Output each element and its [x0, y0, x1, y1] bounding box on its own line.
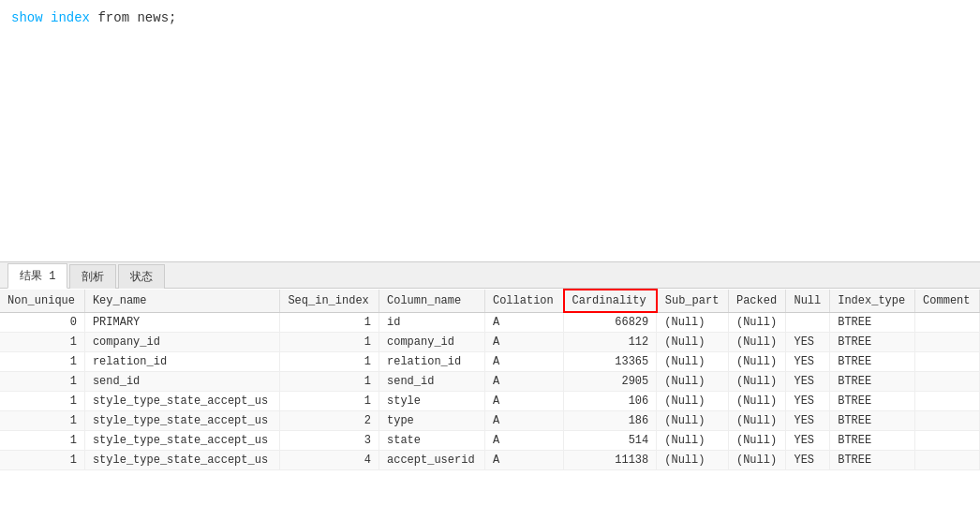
- table-cell: relation_id: [84, 352, 280, 372]
- table-cell: (Null): [657, 312, 729, 333]
- table-cell: [915, 392, 980, 411]
- col-comment: Comment: [915, 290, 980, 312]
- table-cell: 13365: [564, 352, 657, 372]
- keyword-show: show: [11, 10, 43, 25]
- table-cell: [915, 431, 980, 451]
- table-cell: BTREE: [830, 451, 915, 470]
- table-cell: 1: [280, 372, 379, 392]
- col-index-type: Index_type: [830, 290, 915, 312]
- table-cell: 66829: [564, 312, 657, 333]
- table-cell: style_type_state_accept_us: [84, 411, 280, 431]
- table-cell: (Null): [728, 451, 785, 470]
- table-header-row: Non_unique Key_name Seq_in_index Column_…: [0, 290, 980, 312]
- table-cell: 4: [280, 451, 379, 470]
- table-cell: 1: [0, 392, 84, 411]
- table-cell: (Null): [728, 392, 785, 411]
- col-column-name: Column_name: [379, 290, 485, 312]
- table-cell: 1: [280, 333, 379, 352]
- table-cell: accept_userid: [379, 451, 485, 470]
- table-cell: [915, 333, 980, 352]
- table-cell: 514: [564, 431, 657, 451]
- table-cell: (Null): [657, 333, 729, 352]
- table-row: 1relation_id1relation_idA13365(Null)(Nul…: [0, 352, 980, 372]
- table-cell: 186: [564, 411, 657, 431]
- tab-status[interactable]: 状态: [118, 264, 165, 289]
- col-sub-part: Sub_part: [657, 290, 729, 312]
- table-cell: [915, 411, 980, 431]
- table-cell: BTREE: [830, 372, 915, 392]
- table-cell: YES: [786, 372, 830, 392]
- table-cell: type: [379, 411, 485, 431]
- table-cell: 1: [0, 352, 84, 372]
- table-cell: (Null): [657, 372, 729, 392]
- table-cell: A: [484, 372, 563, 392]
- table-cell: [915, 451, 980, 470]
- col-collation: Collation: [484, 290, 563, 312]
- table-cell: (Null): [657, 431, 729, 451]
- tabs-bar: 结果 1 剖析 状态: [0, 262, 980, 289]
- col-cardinality: Cardinality: [564, 290, 657, 312]
- table-name: news;: [137, 10, 176, 25]
- table-cell: company_id: [84, 333, 280, 352]
- tab-profile[interactable]: 剖析: [69, 264, 116, 289]
- table-cell: (Null): [728, 333, 785, 352]
- table-cell: [915, 372, 980, 392]
- table-cell: A: [484, 431, 563, 451]
- table-cell: YES: [786, 431, 830, 451]
- table-cell: (Null): [657, 411, 729, 431]
- table-cell: BTREE: [830, 392, 915, 411]
- table-cell: [786, 312, 830, 333]
- table-cell: (Null): [728, 431, 785, 451]
- table-cell: 112: [564, 333, 657, 352]
- table-cell: 0: [0, 312, 84, 333]
- query-editor: show index from news;: [0, 0, 980, 262]
- table-cell: 1: [280, 352, 379, 372]
- table-cell: (Null): [657, 451, 729, 470]
- table-cell: 1: [0, 372, 84, 392]
- table-row: 0PRIMARY1idA66829(Null)(Null)BTREE: [0, 312, 980, 333]
- table-cell: state: [379, 431, 485, 451]
- tab-result[interactable]: 结果 1: [7, 263, 67, 289]
- col-non-unique: Non_unique: [0, 290, 84, 312]
- table-cell: (Null): [728, 411, 785, 431]
- table-cell: YES: [786, 392, 830, 411]
- table-cell: send_id: [379, 372, 485, 392]
- table-cell: 11138: [564, 451, 657, 470]
- table-cell: (Null): [728, 372, 785, 392]
- table-cell: BTREE: [830, 431, 915, 451]
- table-cell: 106: [564, 392, 657, 411]
- table-cell: id: [379, 312, 485, 333]
- table-cell: (Null): [728, 312, 785, 333]
- keyword-from: from: [97, 10, 129, 25]
- table-cell: A: [484, 451, 563, 470]
- result-area[interactable]: Non_unique Key_name Seq_in_index Column_…: [0, 289, 980, 521]
- table-cell: 1: [0, 411, 84, 431]
- table-cell: (Null): [657, 392, 729, 411]
- table-cell: YES: [786, 451, 830, 470]
- table-row: 1send_id1send_idA2905(Null)(Null)YESBTRE…: [0, 372, 980, 392]
- table-row: 1style_type_state_accept_us3stateA514(Nu…: [0, 431, 980, 451]
- table-cell: style_type_state_accept_us: [84, 431, 280, 451]
- table-row: 1style_type_state_accept_us4accept_useri…: [0, 451, 980, 470]
- table-cell: 1: [280, 392, 379, 411]
- col-key-name: Key_name: [84, 290, 280, 312]
- table-cell: YES: [786, 411, 830, 431]
- table-cell: [915, 312, 980, 333]
- table-cell: BTREE: [830, 312, 915, 333]
- table-cell: A: [484, 333, 563, 352]
- table-cell: PRIMARY: [84, 312, 280, 333]
- table-cell: (Null): [657, 352, 729, 372]
- table-cell: A: [484, 392, 563, 411]
- table-cell: 1: [0, 333, 84, 352]
- table-cell: BTREE: [830, 352, 915, 372]
- col-packed: Packed: [728, 290, 785, 312]
- table-cell: A: [484, 411, 563, 431]
- table-cell: company_id: [379, 333, 485, 352]
- table-cell: A: [484, 312, 563, 333]
- table-row: 1style_type_state_accept_us2typeA186(Nul…: [0, 411, 980, 431]
- table-cell: 1: [280, 312, 379, 333]
- keyword-index: index: [51, 10, 90, 25]
- table-cell: 3: [280, 431, 379, 451]
- table-cell: YES: [786, 352, 830, 372]
- table-cell: style_type_state_accept_us: [84, 392, 280, 411]
